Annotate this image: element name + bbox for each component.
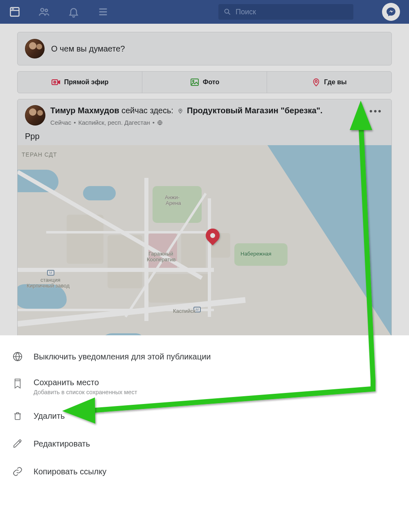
messenger-icon: [386, 7, 396, 17]
post-map[interactable]: M M ТЕРАН СДТ Анжи- Арена Гаражный Коопе…: [18, 145, 391, 335]
avatar: [25, 39, 45, 58]
mute-label: Выключить уведомления для этой публикаци…: [34, 352, 211, 361]
map-label: Набережная: [240, 251, 272, 257]
svg-point-4: [45, 9, 47, 11]
avatar[interactable]: [25, 105, 45, 126]
pencil-icon: [11, 439, 24, 449]
post-time: Сейчас: [50, 119, 71, 126]
globe-icon: [157, 120, 163, 126]
photo-icon: [190, 77, 200, 87]
photo-label: Фото: [203, 79, 219, 86]
svg-point-16: [180, 110, 181, 111]
pin-icon: [177, 106, 184, 117]
save-sublabel: Добавить в список сохраненных мест: [34, 389, 137, 395]
globe-icon: [11, 351, 24, 362]
svg-point-14: [193, 80, 194, 81]
map-label: Каспийск: [173, 308, 196, 314]
compose-card[interactable]: О чем вы думаете?: [17, 32, 392, 65]
svg-point-15: [315, 81, 317, 83]
map-label: Арена: [166, 200, 181, 206]
map-label: Гаражный: [148, 251, 173, 257]
messenger-button[interactable]: [382, 3, 400, 21]
search-icon: [223, 8, 231, 16]
post-menu-button[interactable]: •••: [368, 105, 384, 126]
post-author[interactable]: Тимур Махмудов: [50, 106, 119, 115]
svg-point-3: [41, 9, 44, 11]
post-verb: сейчас здесь:: [121, 106, 173, 115]
location-button[interactable]: Где вы: [267, 72, 391, 93]
copy-link-button[interactable]: Копировать ссылку: [0, 458, 409, 485]
compose-actions: Прямой эфир Фото Где вы: [17, 71, 392, 93]
search-placeholder: Поиск: [236, 8, 348, 16]
svg-rect-2: [11, 9, 14, 9]
post-meta: Сейчас• Каспийск, респ. Дагестан•: [50, 119, 363, 126]
more-icon: •••: [369, 106, 382, 117]
post-location: Каспийск, респ. Дагестан: [78, 119, 150, 126]
location-label: Где вы: [324, 79, 346, 86]
live-button[interactable]: Прямой эфир: [18, 72, 142, 93]
compose-prompt: О чем вы думаете?: [51, 44, 125, 54]
top-nav: Поиск: [0, 0, 409, 24]
map-label: Кирпичный завод: [27, 283, 70, 289]
save-place-button[interactable]: Сохранить место Добавить в список сохран…: [0, 370, 409, 402]
map-label: станция: [40, 277, 60, 283]
save-label: Сохранить место: [34, 378, 137, 387]
post-options-sheet: Выключить уведомления для этой публикаци…: [0, 335, 409, 489]
live-label: Прямой эфир: [64, 79, 109, 86]
map-label: Кооператив: [147, 256, 176, 263]
svg-line-9: [228, 13, 230, 15]
feed-icon[interactable]: [9, 6, 20, 18]
search-input[interactable]: Поиск: [218, 4, 353, 20]
copy-label: Копировать ссылку: [34, 467, 106, 476]
svg-point-8: [225, 9, 229, 13]
live-icon: [51, 77, 61, 87]
post-card: Тимур Махмудов сейчас здесь: Продуктовый…: [17, 99, 392, 335]
delete-button[interactable]: Удалить: [0, 402, 409, 430]
post-place[interactable]: Продуктовый Магазин "березка".: [187, 106, 323, 115]
svg-point-12: [54, 82, 55, 83]
menu-icon[interactable]: [97, 6, 109, 18]
friends-icon[interactable]: [38, 6, 50, 18]
edit-button[interactable]: Редактировать: [0, 430, 409, 458]
map-label: Анжи-: [165, 194, 180, 200]
trash-icon: [11, 410, 24, 422]
delete-label: Удалить: [34, 411, 65, 421]
bookmark-icon: [11, 378, 24, 389]
edit-label: Редактировать: [34, 439, 90, 449]
link-icon: [11, 466, 24, 477]
mute-notifications-button[interactable]: Выключить уведомления для этой публикаци…: [0, 343, 409, 370]
location-icon: [312, 77, 321, 87]
station-icon: M: [47, 270, 54, 276]
map-label: ТЕРАН СДТ: [22, 151, 57, 158]
notifications-icon[interactable]: [68, 6, 79, 18]
post-body: Ppp: [25, 126, 384, 145]
photo-button[interactable]: Фото: [142, 72, 267, 93]
post-title: Тимур Махмудов сейчас здесь: Продуктовый…: [50, 105, 363, 117]
